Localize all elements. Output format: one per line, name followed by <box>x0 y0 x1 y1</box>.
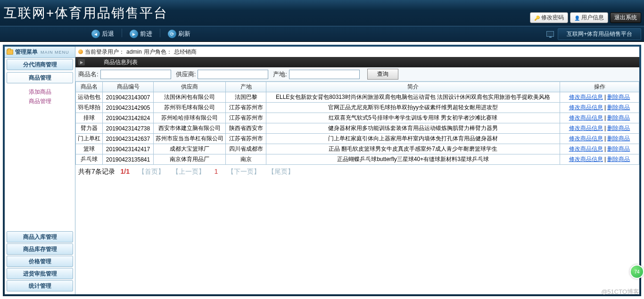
search-place-label: 产地: <box>273 70 287 79</box>
sidebar: 管理菜单 MAIN MENU 分代消商管理 商品管理 添加商品 商品管理 商品入… <box>5 47 75 294</box>
cell-supplier: 苏州羽毛球有限公司 <box>154 103 226 113</box>
panel-title: 商品信息列表 <box>104 58 138 66</box>
sidebar-title: 管理菜单 <box>15 48 38 56</box>
sidebar-item-inbound[interactable]: 商品入库管理 <box>7 231 73 242</box>
edit-link[interactable]: 修改商品信息 <box>569 94 603 100</box>
table-row: 乒乓球20190423135841南京体育用品厂南京正品蝴蝶乒乓球butterf… <box>76 154 639 165</box>
floating-badge[interactable]: 74 <box>630 265 644 279</box>
sidebar-item-price[interactable]: 价格管理 <box>7 256 73 267</box>
search-query-button[interactable]: 查询 <box>367 69 398 80</box>
edit-link[interactable]: 修改商品信息 <box>569 114 603 121</box>
sidebar-item-purchase-approval[interactable]: 进货审批管理 <box>7 268 73 279</box>
nav-refresh[interactable]: ⟳刷新 <box>164 29 194 39</box>
cell-op: 修改商品信息 | 删除商品 <box>560 123 639 134</box>
logout-label: 退出系统 <box>614 14 637 22</box>
delete-link[interactable]: 删除商品 <box>607 114 630 121</box>
user-bar: 当前登录用户：admin 用户角色：总经销商 <box>75 47 639 57</box>
search-place-input[interactable] <box>289 70 360 79</box>
sidebar-bottom: 商品入库管理 商品库存管理 价格管理 进货审批管理 统计管理 <box>5 230 75 294</box>
cell-place: 江苏省苏州市 <box>226 113 266 123</box>
logout-button[interactable]: 退出系统 <box>610 12 641 23</box>
product-table: 商品名 商品编号 供应商 产地 简介 操作 运动包包20190423143007… <box>75 81 639 165</box>
cell-intro: 正品 翻毛软皮篮球男女牛皮真皮手感室外7成人青少年耐磨篮球学生 <box>266 144 560 154</box>
pager-first[interactable]: 【首页】 <box>138 168 165 175</box>
search-supplier-input[interactable] <box>198 70 268 79</box>
delete-link[interactable]: 删除商品 <box>607 156 630 162</box>
cell-place: 陕西省西安市 <box>226 123 266 134</box>
cell-supplier: 苏州市应当当单杠有限公司 <box>154 134 226 144</box>
edit-link[interactable]: 修改商品信息 <box>569 156 603 162</box>
sidebar-item-stats[interactable]: 统计管理 <box>7 280 73 291</box>
nav-forward[interactable]: ►前进 <box>126 29 156 39</box>
cell-place: 江苏省苏州市 <box>226 134 266 144</box>
cell-intro: 健身器材家用多功能训练套装体育用品运动锻炼胸肌臂力棒臂力器男 <box>266 123 560 134</box>
pager-current: 1 <box>215 168 218 175</box>
refresh-icon: ⟳ <box>168 30 176 38</box>
cell-code: 20190423142905 <box>103 103 154 113</box>
pager-total-count: 7 <box>91 168 95 175</box>
pager-prev[interactable]: 【上一页】 <box>172 168 205 175</box>
th-place: 产地 <box>226 82 266 92</box>
navbar: ◄后退 ►前进 ⟳刷新 互联网+体育用品销售平台 <box>0 26 644 42</box>
monitor-icon <box>546 31 554 37</box>
pager-last[interactable]: 【尾页】 <box>268 168 294 175</box>
nav-separator <box>160 29 160 37</box>
th-intro: 简介 <box>266 82 560 92</box>
nav-left: ◄后退 ►前进 ⟳刷新 <box>88 29 194 39</box>
cell-name: 篮球 <box>76 144 103 154</box>
delete-link[interactable]: 删除商品 <box>607 125 630 131</box>
main-frame: 管理菜单 MAIN MENU 分代消商管理 商品管理 添加商品 商品管理 商品入… <box>3 45 641 296</box>
watermark: @51CTO博客 <box>601 288 639 296</box>
submenu-manage-product[interactable]: 商品管理 <box>5 97 75 106</box>
delete-link[interactable]: 删除商品 <box>607 94 630 100</box>
pager-total-suffix: 条记录 <box>95 168 115 175</box>
cell-name: 运动包包 <box>76 92 103 103</box>
cell-supplier: 西安市体建立脑有限公司 <box>154 123 226 134</box>
content: 当前登录用户：admin 用户角色：总经销商 ▶ 商品信息列表 商品名: 供应商… <box>75 47 639 294</box>
cell-code: 20190423142738 <box>103 123 154 134</box>
pager-total-prefix: 共有 <box>78 168 91 175</box>
sidebar-item-agent[interactable]: 分代消商管理 <box>7 59 73 70</box>
submenu-add-product[interactable]: 添加商品 <box>5 87 75 97</box>
cell-supplier: 南京体育用品厂 <box>154 154 226 165</box>
cell-op: 修改商品信息 | 删除商品 <box>560 92 639 103</box>
user-icon <box>574 15 580 21</box>
edit-link[interactable]: 修改商品信息 <box>569 145 603 152</box>
user-info-button[interactable]: 用户信息 <box>570 12 608 23</box>
nav-right-module[interactable]: 互联网+体育用品销售平台 <box>558 28 641 40</box>
edit-link[interactable]: 修改商品信息 <box>569 125 603 131</box>
search-name-input[interactable] <box>100 70 171 79</box>
pager-next[interactable]: 【下一页】 <box>227 168 260 175</box>
cell-intro: 正品蝴蝶乒乓球butterfly三星球40+有缝球新材料3星球乒乓球 <box>266 154 560 165</box>
play-icon: ▶ <box>78 59 85 65</box>
edit-link[interactable]: 修改商品信息 <box>569 135 603 142</box>
delete-link[interactable]: 删除商品 <box>607 104 630 111</box>
table-row: 排球20190423142824苏州哈哈排球有限公司江苏省苏州市红双喜充气软式5… <box>76 113 639 123</box>
arrow-right-icon: ► <box>130 30 138 38</box>
nav-back-label: 后退 <box>102 30 114 38</box>
edit-link[interactable]: 修改商品信息 <box>569 104 603 111</box>
table-row: 臂力器20190423142738西安市体建立脑有限公司陕西省西安市健身器材家用… <box>76 123 639 134</box>
sidebar-item-stock[interactable]: 商品库存管理 <box>7 243 73 255</box>
current-user: admin <box>126 48 142 55</box>
nav-right: 互联网+体育用品销售平台 <box>546 28 641 40</box>
app-banner: 互联网+体育用品销售平台 修改密码 用户信息 退出系统 <box>0 0 644 26</box>
delete-link[interactable]: 删除商品 <box>607 145 630 152</box>
th-supplier: 供应商 <box>154 82 226 92</box>
panel-title-bar: ▶ 商品信息列表 <box>75 57 639 67</box>
cell-op: 修改商品信息 | 删除商品 <box>560 113 639 123</box>
table-row: 运动包包20190423143007法国休闲包有限公司法国巴黎ELLE女包新款女… <box>76 92 639 103</box>
nav-back[interactable]: ◄后退 <box>88 29 118 39</box>
change-password-label: 修改密码 <box>541 14 564 22</box>
cell-code: 20190423135841 <box>103 154 154 165</box>
change-password-button[interactable]: 修改密码 <box>530 12 568 23</box>
key-icon <box>534 15 540 21</box>
banner-actions: 修改密码 用户信息 退出系统 <box>530 12 641 23</box>
pager-total: 共有7条记录 <box>78 168 117 175</box>
delete-link[interactable]: 删除商品 <box>607 135 630 142</box>
th-name: 商品名 <box>76 82 103 92</box>
current-user-prefix: 当前登录用户： <box>85 48 124 56</box>
sidebar-item-product[interactable]: 商品管理 <box>7 72 73 83</box>
cell-name: 门上单杠 <box>76 134 103 144</box>
sidebar-header: 管理菜单 MAIN MENU <box>5 47 75 58</box>
